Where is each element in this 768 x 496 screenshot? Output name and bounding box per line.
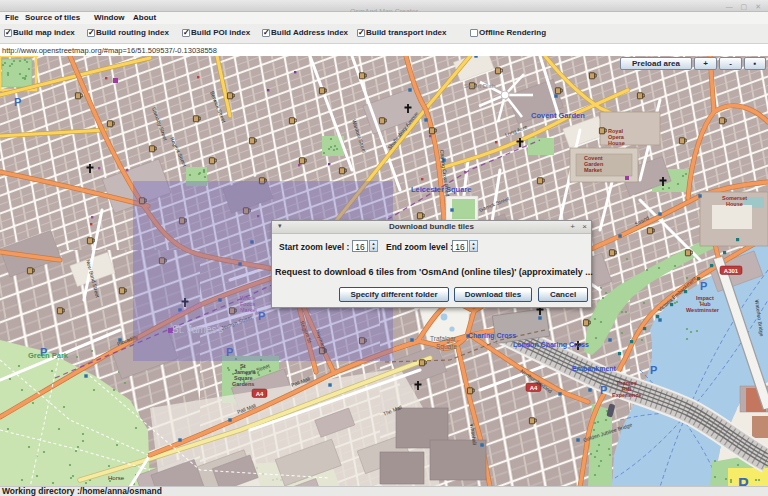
svg-text:Embankment: Embankment [572,365,617,372]
svg-text:Horse: Horse [108,475,125,481]
svg-text:Leicester Square: Leicester Square [411,185,471,194]
svg-text:A4: A4 [530,385,538,391]
svg-text:Covent Garden: Covent Garden [531,111,585,120]
svg-text:Seven Dials: Seven Dials [464,83,496,89]
svg-text:Green Park: Green Park [28,351,69,360]
svg-text:Westminster: Westminster [686,307,720,313]
svg-text:London Charing Cross: London Charing Cross [513,341,589,349]
svg-text:House: House [608,140,625,146]
svg-text:St. James's: St. James's [172,324,223,335]
svg-text:House: House [726,201,743,207]
svg-text:A4: A4 [256,391,264,397]
svg-text:P: P [700,280,707,292]
svg-text:P: P [600,384,607,396]
svg-text:Trafalgar: Trafalgar [430,335,457,343]
svg-text:P: P [738,476,749,486]
svg-text:Experience: Experience [612,392,641,398]
svg-text:P: P [650,364,657,376]
svg-text:P: P [14,96,21,108]
svg-text:Market: Market [584,167,602,173]
svg-text:Square: Square [436,343,457,351]
svg-text:Gardens: Gardens [232,381,254,387]
svg-text:A301: A301 [724,268,739,274]
svg-text:Charing Cross: Charing Cross [468,332,516,340]
